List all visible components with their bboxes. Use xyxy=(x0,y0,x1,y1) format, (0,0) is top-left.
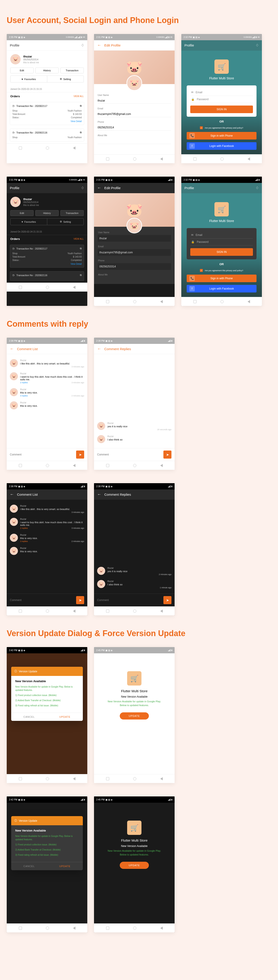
avatar-edit[interactable]: 🐷 xyxy=(126,218,142,234)
nav-home-icon[interactable] xyxy=(46,146,49,150)
nav-back-icon[interactable] xyxy=(73,146,75,150)
input-email[interactable]: thuzarmyint795@gmail.com xyxy=(97,111,171,117)
signin-button[interactable]: SIGN IN xyxy=(190,248,253,256)
copy-icon[interactable]: ⧉ xyxy=(80,104,82,107)
notification-icon[interactable]: ♢ xyxy=(81,43,84,48)
input-about[interactable] xyxy=(97,138,171,144)
android-navbar xyxy=(7,774,87,783)
avatar[interactable]: 🐷 xyxy=(10,197,21,207)
notification-icon[interactable]: ♢ xyxy=(256,186,259,190)
comment-item[interactable]: 🐷thuzarthis is very nice.3 replies2 minu… xyxy=(7,531,87,545)
brand-name: Flutter Multi Store xyxy=(187,76,257,80)
view-all-link[interactable]: VIEW ALL xyxy=(73,95,84,97)
transaction-card[interactable]: ◷ Transaction No : 202002116⧉ xyxy=(10,271,84,281)
status-bar: 2:38 PM ▣ ▤ ◈ ▮ xyxy=(7,483,87,490)
transaction-card[interactable]: ◷ Transaction No : 202002117⧉ ShopYouth … xyxy=(10,245,84,268)
comment-item[interactable]: 🐷thuzarthis is very nice. xyxy=(7,545,87,557)
reply-item[interactable]: 🐷thuzaryes it is really nice2 minutes ag… xyxy=(94,565,174,578)
avatar[interactable]: 🐷 xyxy=(10,54,21,64)
input-username[interactable]: thuzar xyxy=(97,98,171,104)
send-button[interactable]: ➤ xyxy=(76,450,84,458)
screen-profile-light: 2:35 PM ▣ ▤ ◈0.00KB/s ▮46 Profile♢ 🐷 thu… xyxy=(7,34,87,163)
view-all-link[interactable]: VIEW ALL xyxy=(73,238,84,240)
update-button[interactable]: UPDATE xyxy=(47,862,83,870)
tab-history[interactable]: History xyxy=(35,210,59,216)
comment-input[interactable] xyxy=(10,596,74,604)
back-icon[interactable]: ← xyxy=(97,186,101,190)
setting-button[interactable]: ⚙ Setting xyxy=(47,76,84,82)
back-icon[interactable]: ← xyxy=(97,492,101,497)
update-button[interactable]: UPDATE xyxy=(47,713,83,721)
send-button[interactable]: ➤ xyxy=(163,596,171,604)
tab-edit[interactable]: Edit xyxy=(10,67,34,73)
comment-item[interactable]: 🐷thuzarthis is very nice. xyxy=(7,399,87,412)
replies-link[interactable]: 3 replies xyxy=(20,540,28,542)
appbar-title: Profile xyxy=(184,43,252,47)
email-field[interactable]: ✉Email xyxy=(190,89,253,96)
comment-item[interactable]: 🐷thuzari like this skirt . this is very … xyxy=(7,357,87,370)
input-phone[interactable]: 09256253314 xyxy=(97,263,171,270)
avatar-edit[interactable]: 🐷 xyxy=(126,75,142,91)
comment-input[interactable] xyxy=(10,450,74,458)
notification-icon[interactable]: ♢ xyxy=(256,43,259,48)
send-button[interactable]: ➤ xyxy=(76,596,84,604)
favourites-button[interactable]: ♥ Favourites xyxy=(11,76,47,82)
appbar: Profile♢ xyxy=(181,40,262,51)
reply-item[interactable]: 🐷thuzaryes it is really nice20 seconds a… xyxy=(94,420,174,433)
signin-button[interactable]: SIGN IN xyxy=(190,105,253,113)
comment-item[interactable]: 🐷thuzari want to buy this skirt. how muc… xyxy=(7,515,87,531)
notification-icon[interactable]: ♢ xyxy=(81,186,84,190)
app-logo: 🛒 xyxy=(214,59,229,74)
update-button[interactable]: UPDATE xyxy=(120,862,149,869)
back-icon[interactable]: ← xyxy=(97,347,101,351)
tab-transaction[interactable]: Transaction xyxy=(61,67,84,73)
comment-item[interactable]: 🐷thuzari like this skirt . this is very … xyxy=(7,503,87,515)
back-icon[interactable]: ← xyxy=(10,492,14,497)
comment-input[interactable] xyxy=(97,450,161,458)
replies-link[interactable]: 3 replies xyxy=(20,395,28,397)
phone-login-button[interactable]: 📞Sign in with Phone xyxy=(187,132,257,140)
send-button[interactable]: ➤ xyxy=(163,450,171,458)
replies-link[interactable]: 2 replies xyxy=(20,382,28,384)
back-icon[interactable]: ← xyxy=(10,347,14,351)
dialog-title: New Version Available xyxy=(15,679,79,683)
reply-item[interactable]: 🐷thuzarI also think so1 minute ago xyxy=(94,578,174,591)
input-username[interactable]: thuzar xyxy=(97,235,171,242)
agree-checkbox[interactable]: ✓ xyxy=(200,126,203,129)
agree-checkbox[interactable]: ✓ xyxy=(200,269,203,272)
comment-item[interactable]: 🐷thuzari want to buy this skirt. how muc… xyxy=(7,370,87,386)
password-field[interactable]: 🔒Password xyxy=(190,96,253,103)
android-navbar xyxy=(7,606,87,615)
facebook-login-button[interactable]: fLogin with Facebook xyxy=(187,142,257,150)
input-email[interactable]: thuzarmyint795@gmail.com xyxy=(97,249,171,256)
reply-item[interactable]: 🐷thuzarI also think so xyxy=(94,433,174,445)
password-field[interactable]: 🔒Password xyxy=(190,239,253,245)
transaction-card[interactable]: ◷Transaction No : 202002116⧉ ShopYouth F… xyxy=(10,129,84,142)
tab-transaction[interactable]: Transaction xyxy=(61,210,84,216)
cancel-button[interactable]: CANCEL xyxy=(11,862,47,870)
cancel-button[interactable]: CANCEL xyxy=(11,713,47,721)
comment-item[interactable]: 🐷thuzarthis is very nice.3 replies2 minu… xyxy=(7,386,87,399)
view-detail-link[interactable]: View Detail xyxy=(12,120,82,123)
tab-history[interactable]: History xyxy=(35,67,59,73)
comment-input[interactable] xyxy=(97,596,161,604)
email-field[interactable]: ✉Email xyxy=(190,232,253,239)
copy-icon[interactable]: ⧉ xyxy=(80,247,82,250)
hero-image: 🐷🐷 xyxy=(94,193,174,227)
input-phone[interactable]: 09256253314 xyxy=(97,124,171,130)
copy-icon[interactable]: ⧉ xyxy=(80,274,82,277)
dialog-desc: New Version Available for update in Goog… xyxy=(15,685,79,692)
replies-link[interactable]: 2 replies xyxy=(20,527,28,529)
facebook-login-button[interactable]: fLogin with Facebook xyxy=(187,285,257,293)
favourites-button[interactable]: ♥ Favourites xyxy=(11,218,47,225)
phone-login-button[interactable]: 📞Sign in with Phone xyxy=(187,275,257,282)
nav-recent-icon[interactable] xyxy=(19,146,22,150)
tab-edit[interactable]: Edit xyxy=(10,210,34,216)
copy-icon[interactable]: ⧉ xyxy=(80,131,82,134)
setting-button[interactable]: ⚙ Setting xyxy=(47,218,84,225)
transaction-card[interactable]: ◷Transaction No : 202002117⧉ ShopYouth F… xyxy=(10,102,84,125)
back-icon[interactable]: ← xyxy=(97,43,101,48)
update-button[interactable]: UPDATE xyxy=(120,712,149,719)
appbar: Profile♢ xyxy=(7,40,87,51)
mail-icon: ✉ xyxy=(191,91,193,94)
